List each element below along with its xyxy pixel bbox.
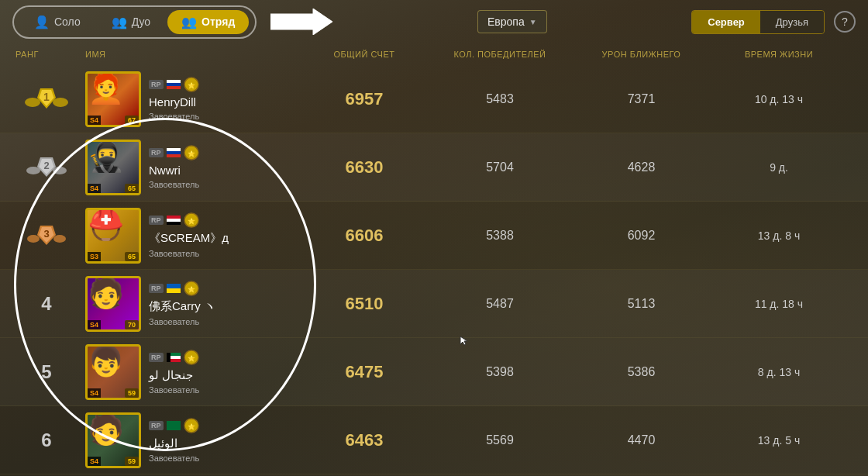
player-badges-1: RP ⭐ xyxy=(149,77,199,92)
friends-label: Друзья xyxy=(776,16,808,28)
table-row: 6 🧑 S4 59 RP ⭐ xyxy=(0,406,868,474)
svg-rect-6 xyxy=(167,86,181,89)
time-5: 8 д. 13 ч xyxy=(709,366,849,378)
season-badge-4: S4 xyxy=(88,320,101,329)
player-cell-1: 🧑‍🦰 S4 67 RP ⭐ HenryDi xyxy=(85,71,302,127)
svg-rect-25 xyxy=(167,284,181,288)
table-row: 3 ⛑️ S3 65 RP ⭐ xyxy=(0,202,868,270)
column-headers: Ранг Имя Общий счет Кол. победителей Уро… xyxy=(0,43,868,65)
flag-eg-3 xyxy=(167,216,181,225)
player-info-4: RP ⭐ 佛系Carry ヽ Завоеватель xyxy=(149,281,215,326)
player-info-2: RP ⭐ Nwwri Завоеватель xyxy=(149,145,199,189)
score-1: 6957 xyxy=(302,89,426,109)
svg-text:⭐: ⭐ xyxy=(188,150,195,157)
player-name-4: 佛系Carry ヽ xyxy=(149,299,215,314)
player-name-1: HenryDill xyxy=(149,95,199,109)
dmg-header: Урон ближнего xyxy=(574,50,709,59)
svg-rect-13 xyxy=(167,151,181,154)
rank-icon-2: ⭐ xyxy=(184,145,199,160)
svg-rect-5 xyxy=(167,83,181,86)
player-cell-4: 🧑 S4 70 RP ⭐ 佛系Carry ヽ Зав xyxy=(85,276,302,332)
svg-text:⭐: ⭐ xyxy=(188,81,195,89)
solo-label: Соло xyxy=(54,16,81,28)
friends-button[interactable]: Друзья xyxy=(760,11,824,33)
time-6: 13 д. 5 ч xyxy=(709,434,849,447)
svg-marker-0 xyxy=(270,9,332,35)
player-cell-2: 🥷 S4 65 RP ⭐ Nwwri Завоеватель xyxy=(85,140,302,195)
player-info-3: RP ⭐ 《SCREAM》д Завоеватель xyxy=(149,212,229,258)
rank-icon-1: ⭐ xyxy=(184,77,199,92)
score-4: 6510 xyxy=(302,294,426,314)
svg-rect-26 xyxy=(167,288,181,293)
server-friends-toggle: Сервер Друзья xyxy=(691,10,825,34)
player-cell-5: 👦 S4 59 RP xyxy=(85,344,302,400)
svg-point-18 xyxy=(53,235,66,243)
score-6: 6463 xyxy=(302,430,426,450)
avatar-image-6: 🧑 xyxy=(88,415,139,444)
svg-rect-22 xyxy=(167,222,181,225)
level-badge-3: 65 xyxy=(125,252,139,261)
time-3: 13 д. 8 ч xyxy=(709,229,849,242)
flag-sa-6 xyxy=(167,421,181,430)
rank-icon-4: ⭐ xyxy=(184,281,199,296)
score-3: 6606 xyxy=(302,226,426,246)
svg-text:⭐: ⭐ xyxy=(188,423,195,430)
dmg-3: 6092 xyxy=(574,229,709,243)
player-badges-5: RP ⭐ xyxy=(149,350,199,365)
level-badge-5: 59 xyxy=(125,388,139,398)
flag-ua-4 xyxy=(167,284,181,293)
help-button[interactable]: ? xyxy=(834,11,856,33)
level-badge-2: 65 xyxy=(125,184,139,193)
player-badges-3: RP ⭐ xyxy=(149,212,229,228)
rank-number-6: 6 xyxy=(41,429,51,451)
player-name-2: Nwwri xyxy=(149,164,199,177)
score-2: 6630 xyxy=(302,157,426,178)
avatar-4: 🧑 S4 70 xyxy=(85,276,141,332)
help-icon: ? xyxy=(842,16,848,28)
solo-icon: 👤 xyxy=(34,15,50,29)
level-badge-1: 67 xyxy=(125,116,139,125)
dmg-1: 7371 xyxy=(574,92,709,106)
flag-ru-1 xyxy=(167,80,181,89)
player-cell-3: ⛑️ S3 65 RP ⭐ 《SCREAM》д Зав xyxy=(85,208,302,264)
rp-badge-2: RP xyxy=(149,148,164,157)
chevron-down-icon: ▼ xyxy=(529,18,537,26)
kills-3: 5388 xyxy=(426,229,574,243)
top-navigation: 👤 Соло 👥 Дуо 👥 Отряд Европа ▼ Сервер xyxy=(0,0,868,43)
avatar-5: 👦 S4 59 xyxy=(85,344,141,400)
dmg-5: 5386 xyxy=(574,365,709,379)
server-button[interactable]: Сервер xyxy=(692,11,760,33)
svg-text:3: 3 xyxy=(43,228,49,240)
player-badges-6: RP ⭐ xyxy=(149,418,199,433)
season-badge-1: S4 xyxy=(88,116,101,125)
rank-title-1: Завоеватель xyxy=(149,112,199,121)
tab-duo[interactable]: 👥 Дуо xyxy=(98,10,164,34)
rank-2-badge: 2 xyxy=(26,147,67,188)
svg-point-1 xyxy=(25,98,40,107)
player-name-5: جنجال لو xyxy=(149,368,199,382)
svg-text:⭐: ⭐ xyxy=(188,285,195,293)
rank-title-2: Завоеватель xyxy=(149,180,199,189)
avatar-1: 🧑‍🦰 S4 67 xyxy=(85,71,141,127)
svg-point-10 xyxy=(53,167,67,174)
tab-squad[interactable]: 👥 Отряд xyxy=(167,10,249,34)
arrow-indicator xyxy=(270,9,332,35)
player-info-1: RP ⭐ HenryDill Завоеватель xyxy=(149,77,199,121)
tab-solo[interactable]: 👤 Соло xyxy=(20,10,95,34)
svg-rect-36 xyxy=(167,421,181,430)
avatar-image-3: ⛑️ xyxy=(88,210,139,240)
rank-header: Ранг xyxy=(8,50,85,59)
avatar-image-1: 🧑‍🦰 xyxy=(88,74,139,103)
rp-badge-1: RP xyxy=(149,80,164,89)
region-selector[interactable]: Европа ▼ xyxy=(477,10,547,33)
flag-ru-2 xyxy=(167,148,181,157)
level-badge-6: 59 xyxy=(125,457,139,466)
season-badge-6: S4 xyxy=(88,457,101,466)
svg-rect-12 xyxy=(167,148,181,151)
rank-title-3: Завоеватель xyxy=(149,249,229,258)
rank-1-badge: 1 xyxy=(25,78,68,121)
table-row: 1 🧑‍🦰 S4 67 RP xyxy=(0,65,868,133)
score-header: Общий счет xyxy=(302,50,426,59)
avatar-image-5: 👦 xyxy=(88,347,139,376)
avatar-image-2: 🥷 xyxy=(88,142,139,171)
